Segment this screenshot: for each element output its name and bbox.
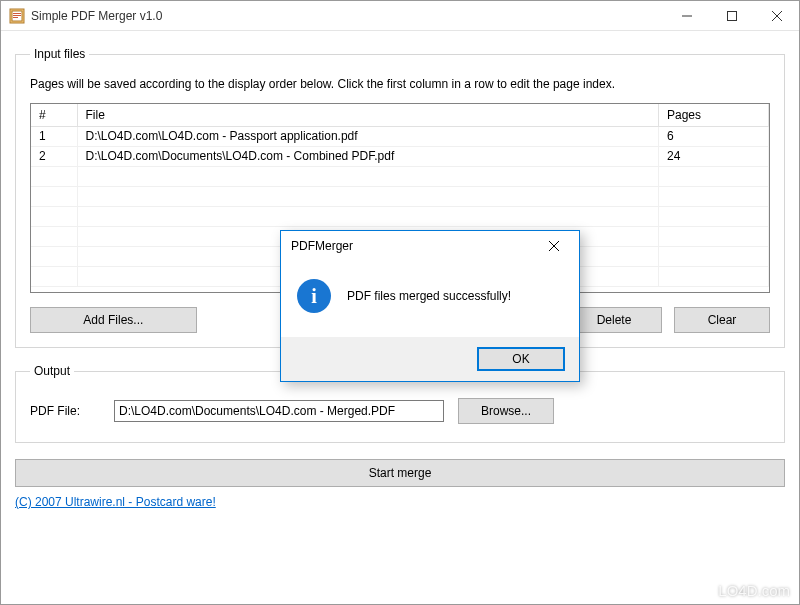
col-file[interactable]: File <box>77 104 659 126</box>
dialog-titlebar: PDFMerger <box>281 231 579 261</box>
browse-button[interactable]: Browse... <box>458 398 554 424</box>
cell-idx <box>31 246 77 266</box>
table-row[interactable]: 1D:\LO4D.com\LO4D.com - Passport applica… <box>31 126 769 146</box>
cell-idx: 2 <box>31 146 77 166</box>
dialog-ok-button[interactable]: OK <box>477 347 565 371</box>
dialog-title: PDFMerger <box>291 239 353 253</box>
table-row <box>31 166 769 186</box>
cell-file: D:\LO4D.com\Documents\LO4D.com - Combine… <box>77 146 659 166</box>
table-row[interactable]: 2D:\LO4D.com\Documents\LO4D.com - Combin… <box>31 146 769 166</box>
titlebar: Simple PDF Merger v1.0 <box>1 1 799 31</box>
start-merge-button[interactable]: Start merge <box>15 459 785 487</box>
cell-pages <box>659 266 769 286</box>
add-files-button[interactable]: Add Files... <box>30 307 197 333</box>
svg-rect-3 <box>13 15 21 16</box>
cell-idx <box>31 166 77 186</box>
cell-pages <box>659 246 769 266</box>
window-buttons <box>664 1 799 30</box>
delete-button[interactable]: Delete <box>566 307 662 333</box>
app-icon <box>9 8 25 24</box>
table-row <box>31 186 769 206</box>
input-files-legend: Input files <box>30 47 89 61</box>
cell-idx <box>31 186 77 206</box>
cell-idx <box>31 206 77 226</box>
minimize-button[interactable] <box>664 1 709 30</box>
cell-pages: 6 <box>659 126 769 146</box>
output-legend: Output <box>30 364 74 378</box>
dialog-message: PDF files merged successfully! <box>347 289 511 303</box>
window-title: Simple PDF Merger v1.0 <box>31 9 162 23</box>
cell-pages <box>659 206 769 226</box>
cell-idx: 1 <box>31 126 77 146</box>
cell-pages <box>659 226 769 246</box>
cell-idx <box>31 226 77 246</box>
clear-button[interactable]: Clear <box>674 307 770 333</box>
cell-pages: 24 <box>659 146 769 166</box>
output-path-input[interactable] <box>114 400 444 422</box>
output-label: PDF File: <box>30 404 100 418</box>
cell-pages <box>659 166 769 186</box>
close-button[interactable] <box>754 1 799 30</box>
credit-link[interactable]: (C) 2007 Ultrawire.nl - Postcard ware! <box>15 495 785 509</box>
maximize-button[interactable] <box>709 1 754 30</box>
dialog-close-button[interactable] <box>535 233 573 259</box>
svg-rect-4 <box>13 17 18 18</box>
instructions-text: Pages will be saved according to the dis… <box>30 77 770 91</box>
cell-file: D:\LO4D.com\LO4D.com - Passport applicat… <box>77 126 659 146</box>
cell-file <box>77 206 659 226</box>
cell-pages <box>659 186 769 206</box>
info-icon: i <box>297 279 331 313</box>
table-row <box>31 206 769 226</box>
cell-idx <box>31 266 77 286</box>
col-pages[interactable]: Pages <box>659 104 769 126</box>
cell-file <box>77 166 659 186</box>
svg-rect-2 <box>13 13 21 14</box>
message-dialog: PDFMerger i PDF files merged successfull… <box>280 230 580 382</box>
cell-file <box>77 186 659 206</box>
col-index[interactable]: # <box>31 104 77 126</box>
svg-rect-6 <box>727 11 736 20</box>
